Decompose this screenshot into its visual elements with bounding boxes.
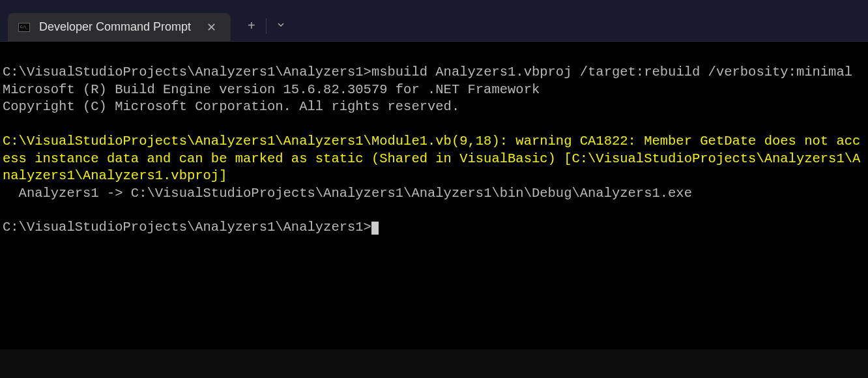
cursor (371, 222, 379, 235)
tab-bar: Developer Command Prompt ✕ + (0, 10, 868, 42)
final-prompt: C:\VisualStudioProjects\Analyzers1\Analy… (3, 220, 371, 235)
status-bar (0, 349, 868, 378)
window-title-bar (0, 0, 868, 10)
prompt-line: C:\VisualStudioProjects\Analyzers1\Analy… (3, 65, 852, 80)
close-tab-button[interactable]: ✕ (203, 19, 220, 36)
divider (266, 18, 267, 34)
copyright-line: Copyright (C) Microsoft Corporation. All… (3, 99, 459, 114)
build-output-line: Analyzers1 -> C:\VisualStudioProjects\An… (3, 186, 692, 201)
tab-dropdown-button[interactable] (268, 16, 294, 36)
tab-active[interactable]: Developer Command Prompt ✕ (8, 13, 231, 42)
chevron-down-icon (277, 21, 285, 29)
tab-title: Developer Command Prompt (39, 20, 191, 34)
tab-controls: + (239, 13, 294, 38)
warning-line: C:\VisualStudioProjects\Analyzers1\Analy… (3, 134, 860, 183)
new-tab-button[interactable]: + (239, 13, 265, 38)
build-engine-line: Microsoft (R) Build Engine version 15.6.… (3, 82, 540, 97)
terminal-output[interactable]: C:\VisualStudioProjects\Analyzers1\Analy… (0, 42, 868, 349)
terminal-icon (18, 23, 30, 32)
